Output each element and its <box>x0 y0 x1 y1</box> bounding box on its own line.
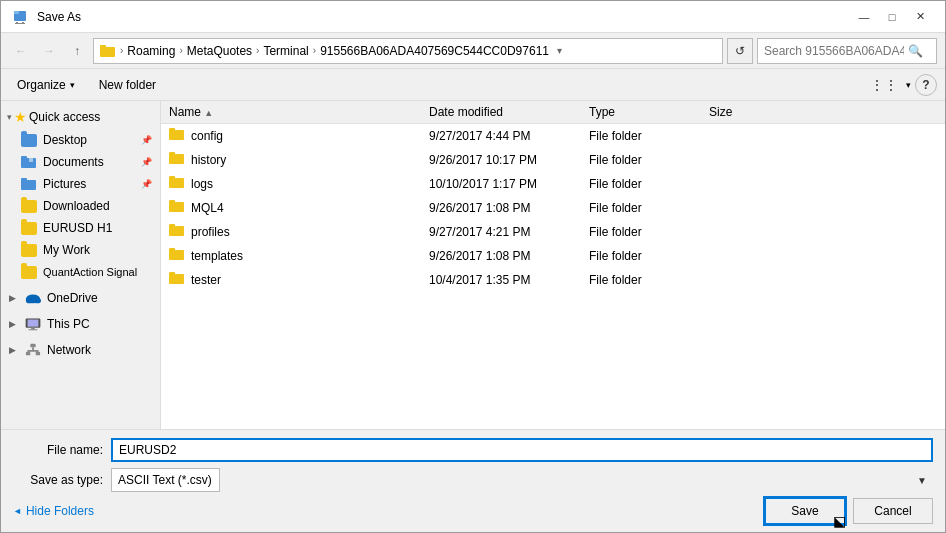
eurusd-folder-icon <box>21 220 37 236</box>
path-sep-3: › <box>256 45 259 56</box>
sidebar-item-onedrive[interactable]: ▶ OneDrive <box>1 287 160 309</box>
file-name: logs <box>191 177 213 191</box>
refresh-button[interactable]: ↺ <box>727 38 753 64</box>
col-name-label: Name <box>169 105 201 119</box>
svg-rect-39 <box>169 272 175 276</box>
minimize-button[interactable]: — <box>851 7 877 27</box>
onedrive-label: OneDrive <box>47 291 98 305</box>
table-row[interactable]: history 9/26/2017 10:17 PM File folder <box>161 148 945 172</box>
file-rows-container: config 9/27/2017 4:44 PM File folder his… <box>161 124 945 292</box>
file-row-date: 9/27/2017 4:44 PM <box>429 129 589 143</box>
close-button[interactable]: ✕ <box>907 7 933 27</box>
sidebar-item-my-work[interactable]: My Work <box>1 239 160 261</box>
file-row-type: File folder <box>589 225 709 239</box>
search-input[interactable] <box>764 44 904 58</box>
file-row-name: profiles <box>169 223 429 240</box>
table-row[interactable]: tester 10/4/2017 1:35 PM File folder <box>161 268 945 292</box>
select-arrow-icon: ▼ <box>917 475 927 486</box>
col-name-header[interactable]: Name ▲ <box>169 105 429 119</box>
table-row[interactable]: MQL4 9/26/2017 1:08 PM File folder <box>161 196 945 220</box>
file-row-type: File folder <box>589 201 709 215</box>
save-as-dialog: Save As — □ ✕ ← → ↑ › Roaming › MetaQuot… <box>0 0 946 533</box>
up-button[interactable]: ↑ <box>65 39 89 63</box>
folder-icon <box>169 199 185 216</box>
path-roaming[interactable]: Roaming <box>127 44 175 58</box>
file-row-date: 10/10/2017 1:17 PM <box>429 177 589 191</box>
file-name: history <box>191 153 226 167</box>
address-dropdown-button[interactable]: ▾ <box>553 45 566 56</box>
new-folder-button[interactable]: New folder <box>91 74 164 96</box>
view-toggle-button[interactable]: ⋮⋮ <box>866 75 902 95</box>
svg-rect-6 <box>100 45 106 49</box>
col-type-header[interactable]: Type <box>589 105 709 119</box>
svg-rect-8 <box>21 156 27 160</box>
filename-input[interactable] <box>111 438 933 462</box>
svg-rect-22 <box>32 347 34 350</box>
svg-rect-16 <box>28 320 39 327</box>
hide-folders-label: Hide Folders <box>26 504 94 518</box>
savetype-select[interactable]: ASCII Text (*.csv) <box>111 468 220 492</box>
quick-access-header[interactable]: ▾ ★ Quick access <box>1 105 160 129</box>
file-row-type: File folder <box>589 153 709 167</box>
file-row-date: 10/4/2017 1:35 PM <box>429 273 589 287</box>
file-row-type: File folder <box>589 177 709 191</box>
downloaded-folder-icon <box>21 198 37 214</box>
cancel-button[interactable]: Cancel <box>853 498 933 524</box>
path-terminal[interactable]: Terminal <box>263 44 308 58</box>
documents-pin-icon: 📌 <box>141 157 152 167</box>
sidebar-item-documents[interactable]: Documents 📌 <box>1 151 160 173</box>
sidebar-item-quantaction[interactable]: QuantAction Signal <box>1 261 160 283</box>
sidebar-item-network[interactable]: ▶ Network <box>1 339 160 361</box>
path-sep-2: › <box>179 45 182 56</box>
table-row[interactable]: templates 9/26/2017 1:08 PM File folder <box>161 244 945 268</box>
pc-arrow: ▶ <box>9 319 19 329</box>
sidebar-section-network: ▶ Network <box>1 339 160 361</box>
sidebar-item-desktop[interactable]: Desktop 📌 <box>1 129 160 151</box>
svg-rect-4 <box>15 23 25 24</box>
quick-access-star-icon: ★ <box>14 109 27 125</box>
file-row-date: 9/27/2017 4:21 PM <box>429 225 589 239</box>
main-content: ▾ ★ Quick access Desktop 📌 <box>1 101 945 429</box>
work-folder-icon <box>21 242 37 258</box>
save-label: Save <box>791 504 818 518</box>
sidebar-item-pictures[interactable]: Pictures 📌 <box>1 173 160 195</box>
savetype-row: Save as type: ASCII Text (*.csv) ▼ <box>13 468 933 492</box>
maximize-button[interactable]: □ <box>879 7 905 27</box>
path-guid[interactable]: 915566BA06ADA407569C544CC0D97611 <box>320 44 549 58</box>
hide-folders-arrow: ◄ <box>13 506 22 516</box>
sidebar-item-eurusd[interactable]: EURUSD H1 <box>1 217 160 239</box>
svg-point-14 <box>34 298 41 303</box>
path-metaquotes[interactable]: MetaQuotes <box>187 44 252 58</box>
table-row[interactable]: config 9/27/2017 4:44 PM File folder <box>161 124 945 148</box>
table-row[interactable]: profiles 9/27/2017 4:21 PM File folder <box>161 220 945 244</box>
file-name: profiles <box>191 225 230 239</box>
help-button[interactable]: ? <box>915 74 937 96</box>
svg-rect-17 <box>31 328 35 330</box>
table-row[interactable]: logs 10/10/2017 1:17 PM File folder <box>161 172 945 196</box>
sidebar-section-onedrive: ▶ OneDrive <box>1 287 160 309</box>
desktop-label: Desktop <box>43 133 87 147</box>
title-bar: Save As — □ ✕ <box>1 1 945 33</box>
file-row-name: history <box>169 151 429 168</box>
sidebar-item-thispc[interactable]: ▶ This PC <box>1 313 160 335</box>
back-button[interactable]: ← <box>9 39 33 63</box>
file-name: templates <box>191 249 243 263</box>
save-button[interactable]: Save ⬕ <box>765 498 845 524</box>
file-name: MQL4 <box>191 201 224 215</box>
search-box[interactable]: 🔍 <box>757 38 937 64</box>
svg-point-13 <box>26 298 33 303</box>
pc-label: This PC <box>47 317 90 331</box>
svg-rect-25 <box>37 350 39 354</box>
sidebar-item-downloaded[interactable]: Downloaded <box>1 195 160 217</box>
forward-button[interactable]: → <box>37 39 61 63</box>
dialog-icon <box>13 9 29 25</box>
col-size-header[interactable]: Size <box>709 105 789 119</box>
organize-button[interactable]: Organize ▾ <box>9 74 83 96</box>
folder-icon <box>169 271 185 288</box>
svg-rect-24 <box>28 350 30 354</box>
col-date-header[interactable]: Date modified <box>429 105 589 119</box>
path-sep-1: › <box>120 45 123 56</box>
hide-folders-button[interactable]: ◄ Hide Folders <box>13 504 94 518</box>
address-path[interactable]: › Roaming › MetaQuotes › Terminal › 9155… <box>93 38 723 64</box>
quick-access-label: Quick access <box>29 110 100 124</box>
